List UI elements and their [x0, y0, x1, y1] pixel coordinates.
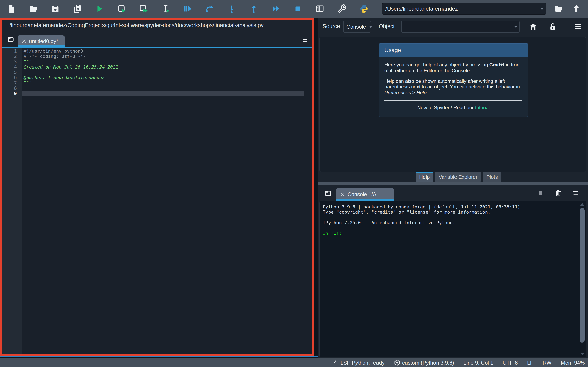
line-number: 1: [2, 49, 22, 54]
maximize-pane-icon: [315, 4, 325, 13]
new-file-button[interactable]: [5, 3, 17, 15]
step-over-button[interactable]: [204, 3, 216, 15]
run-cell-advance-button[interactable]: [138, 3, 149, 15]
close-tab-button[interactable]: [21, 38, 27, 44]
maximize-pane-button[interactable]: [314, 3, 326, 15]
preferences-button[interactable]: [336, 3, 348, 15]
console-output-line: [323, 215, 578, 220]
code-line: [22, 91, 304, 96]
working-directory-dropdown[interactable]: [538, 3, 546, 14]
source-select-value: Console: [344, 24, 369, 30]
console-prompt: In [1]:: [323, 231, 578, 236]
line-number: 4: [2, 64, 22, 70]
lock-button[interactable]: [548, 22, 557, 31]
continue-execution-icon: [271, 4, 281, 13]
preferences-icon: [337, 4, 347, 13]
breadcrumb: .../linourdanetafernandez/CodingProjects…: [2, 20, 312, 31]
console-output-line: Type "copyright", "credits" or "license"…: [323, 210, 578, 215]
pane-tabs: HelpVariable ExplorerPlots: [416, 172, 501, 182]
stop-debug-icon: [293, 4, 303, 13]
browse-tabs-button[interactable]: [323, 189, 333, 198]
step-out-button[interactable]: [248, 3, 260, 15]
usage-paragraph-2: Help can also be shown automatically aft…: [384, 78, 522, 95]
text-cursor: [24, 91, 24, 96]
editor-options-menu-button[interactable]: [301, 35, 310, 44]
usage-divider: [384, 100, 522, 101]
help-content: Usage Here you can get help of any objec…: [319, 37, 586, 172]
working-directory-box: [382, 3, 546, 15]
open-directory-button[interactable]: [553, 3, 564, 15]
stop-debug-button[interactable]: [292, 3, 304, 15]
editor-tab-untitled0[interactable]: untitled0.py*: [17, 35, 65, 47]
scroll-down-arrow-icon[interactable]: [580, 352, 584, 355]
object-combo-arrow[interactable]: [512, 26, 519, 28]
usage-paragraph-1: Here you can get help of any object by p…: [384, 62, 522, 73]
run-selection-icon: [161, 4, 170, 13]
line-number: 5: [2, 70, 22, 75]
line-number: 3: [2, 59, 22, 64]
open-file-button[interactable]: [27, 3, 39, 15]
object-input[interactable]: [402, 24, 512, 30]
line-number: 6: [2, 75, 22, 80]
run-selection-button[interactable]: [160, 3, 172, 15]
editor-bottom-focus-line: [0, 356, 318, 357]
status-custom-python-3-9-6-: custom (Python 3.9.6): [394, 360, 454, 366]
code-line: @author: linourdanetafernandez: [22, 75, 304, 80]
run-cell-button[interactable]: [116, 3, 127, 15]
run-file-button[interactable]: [94, 3, 105, 15]
tutorial-link[interactable]: tutorial: [475, 105, 490, 110]
code-line: #!/usr/bin/env python3: [22, 49, 304, 54]
chevron-down-icon: [540, 8, 544, 10]
chevron-down-icon: [514, 26, 517, 28]
source-label: Source: [323, 23, 340, 30]
status-rw: RW: [543, 360, 552, 366]
step-over-icon: [205, 4, 214, 13]
code-line: [22, 86, 304, 91]
browse-tabs-button[interactable]: [6, 35, 16, 44]
step-into-button[interactable]: [226, 3, 238, 15]
run-cell-advance-icon: [139, 4, 148, 13]
console-scrollbar: [579, 202, 585, 356]
object-combobox: [401, 21, 520, 33]
working-directory-input[interactable]: [382, 6, 538, 12]
save-file-button[interactable]: [49, 3, 61, 15]
console-output-area[interactable]: Python 3.9.6 | packaged by conda-forge |…: [319, 201, 586, 358]
pane-splitter[interactable]: [319, 182, 588, 185]
console-tab[interactable]: Console 1/A: [337, 188, 394, 201]
debug-file-button[interactable]: [182, 3, 194, 15]
help-pane: Source Console Object Usage Here you can…: [319, 17, 588, 182]
save-all-button[interactable]: [71, 3, 83, 15]
line-number: 7: [2, 80, 22, 86]
usage-card: Usage Here you can get help of any objec…: [379, 43, 528, 117]
editor-pane: .../linourdanetafernandez/CodingProjects…: [2, 20, 312, 354]
status-mem-94-: Mem 94%: [561, 360, 585, 366]
new-file-icon: [7, 4, 16, 13]
code-line: [22, 70, 304, 75]
line-number: 9: [2, 91, 22, 96]
usage-card-body: Here you can get help of any object by p…: [379, 57, 528, 110]
scrollbar-thumb[interactable]: [580, 208, 585, 342]
save-all-icon: [73, 4, 82, 13]
remove-variables-button[interactable]: [553, 188, 563, 198]
source-select[interactable]: Console: [343, 21, 371, 33]
interrupt-kernel-button[interactable]: [535, 188, 546, 198]
code-area[interactable]: 123456789 #!/usr/bin/env python3# -*- co…: [2, 48, 312, 354]
python-environment-button[interactable]: [358, 3, 370, 15]
tab-help[interactable]: Help: [416, 172, 433, 182]
console-text: Python 3.9.6 | packaged by conda-forge |…: [320, 201, 578, 236]
source-select-arrow: [369, 21, 372, 32]
code-line: """: [22, 80, 304, 86]
parent-directory-button[interactable]: [571, 3, 582, 15]
tab-variable-explorer[interactable]: Variable Explorer: [435, 172, 481, 182]
console-output-line: Python 3.9.6 | packaged by conda-forge |…: [323, 204, 578, 210]
continue-execution-button[interactable]: [270, 3, 282, 15]
close-tab-button[interactable]: [339, 191, 346, 197]
open-file-icon: [29, 4, 38, 13]
home-button[interactable]: [528, 22, 538, 31]
options-menu-button[interactable]: [571, 188, 581, 198]
run-cell-icon: [117, 4, 126, 13]
python-environment-icon: [359, 4, 369, 13]
scroll-up-arrow-icon[interactable]: [580, 203, 584, 206]
help-options-menu-button[interactable]: [573, 22, 583, 31]
tab-plots[interactable]: Plots: [483, 172, 501, 182]
